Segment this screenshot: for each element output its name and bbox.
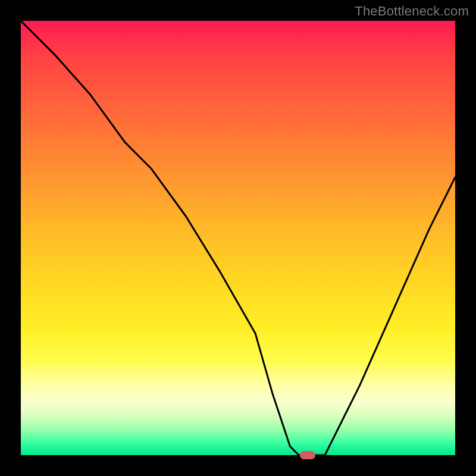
watermark-text: TheBottleneck.com — [355, 4, 469, 19]
optimal-marker — [300, 451, 315, 459]
curve-svg — [21, 21, 455, 455]
chart-container: TheBottleneck.com — [0, 0, 476, 476]
plot-area — [21, 21, 455, 455]
bottleneck-curve — [21, 21, 455, 455]
